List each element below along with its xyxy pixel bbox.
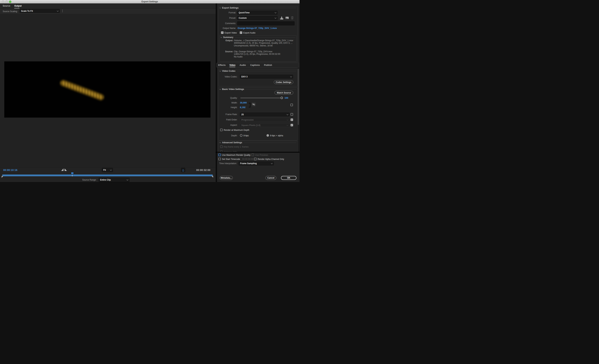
render-max-depth-label: Render at Maximum Depth [224,129,249,131]
summary-output-line2: 30000x8192 (1.0), 25 fps, Progressive, Q… [234,42,292,44]
field-order-label: Field Order: [219,118,238,121]
use-previews-checkbox[interactable] [252,154,254,156]
scrollbar-thumb[interactable] [298,69,299,125]
dimension-link-bracket [249,103,250,107]
aspect-select: Square Pixels (1.0) [240,123,290,127]
broken-link-icon [252,103,255,106]
format-select[interactable]: QuickTime [237,11,278,15]
preview-tab-bar: Source Output [0,3,216,9]
cancel-button[interactable]: Cancel [265,176,276,180]
aspect-ratio-correction-button[interactable]: ↔ [181,168,185,172]
export-settings-header[interactable]: Export Settings [220,7,296,9]
zoom-level-value: Fit [103,169,106,171]
unlink-dimensions-button[interactable] [252,102,255,106]
quality-slider-track[interactable] [240,98,280,98]
video-codec-select[interactable]: DXV 3 [240,75,293,79]
use-max-render-quality-checkbox[interactable] [218,154,221,156]
chevron-down-icon [110,169,112,171]
set-in-point-icon[interactable] [61,169,63,171]
render-alpha-checkbox[interactable] [254,158,256,160]
output-name-link[interactable]: Orange-Strings-07_720p_DXV_1.mov [238,27,277,29]
set-start-timecode-checkbox[interactable] [218,158,221,160]
tab-effects[interactable]: Effects [218,64,226,66]
start-timecode-value[interactable]: 00:00:00:00 [242,158,253,160]
chevron-down-icon [287,113,289,115]
height-value[interactable]: 8,192 [240,106,246,109]
source-range-label: Source Range: [79,179,97,181]
chevron-down-icon [220,142,221,143]
export-video-checkbox[interactable] [221,31,223,34]
chevron-down-icon [275,17,276,19]
tab-audio[interactable]: Audio [239,64,246,66]
set-out-point-icon[interactable] [65,169,67,171]
basic-video-settings-header[interactable]: Basic Video Settings [220,88,296,90]
depth-8bpc-label: 8-bpc [244,134,249,137]
tab-source[interactable]: Source [3,5,10,7]
quality-value[interactable]: 100 [284,97,288,99]
frame-rate-label: Frame Rate: [219,113,238,116]
delete-preset-icon[interactable] [291,16,294,20]
tab-output[interactable]: Output [14,5,22,7]
ok-button-label: OK [287,177,291,179]
summary-source-line1: Clip, Orange-Strings-07_720p_DXV.mov [234,50,272,53]
use-max-render-quality-label: Use Maximum Render Quality [222,154,250,156]
summary-output-label: Output: [218,39,233,42]
metadata-button[interactable]: Metadata... [220,176,233,180]
quality-slider-handle[interactable] [281,97,283,99]
panel-separator[interactable] [216,3,217,182]
preset-select[interactable]: Custom [237,16,278,20]
ok-button[interactable]: OK [281,176,297,180]
clipped-checkbox[interactable] [220,151,223,152]
export-video-label: Export Video [225,32,237,34]
preview-frame-content [59,79,105,102]
keyframe-checkbox[interactable] [220,145,223,148]
depth-8bpc-alpha-radio[interactable] [266,134,269,137]
import-preset-icon[interactable] [285,16,289,20]
header-rule [237,71,296,71]
set-start-timecode-label: Set Start Timecode [222,158,240,160]
width-value[interactable]: 30,000 [240,102,247,104]
frame-rate-select[interactable]: 25 [240,113,290,116]
field-order-checkbox[interactable] [291,118,293,121]
tab-video[interactable]: Video [229,64,236,66]
frame-rate-checkbox[interactable] [291,113,293,116]
work-area-right-handle[interactable] [211,176,213,178]
video-codec-header[interactable]: Video Codec [220,70,296,72]
match-source-label: Match Source [277,91,291,94]
horizontal-arrows-icon: ↔ [182,169,184,170]
chevron-down-icon [220,7,221,9]
preset-label: Preset: [218,17,236,19]
comments-label: Comments: [218,22,236,25]
work-area-left-handle[interactable] [2,176,3,178]
source-range-select[interactable]: Entire Clip [99,178,130,182]
source-scaling-value: Scale To Fit [21,10,33,12]
tab-publish[interactable]: Publish [264,64,272,66]
summary-output-line3: Uncompressed, 48000 Hz, Stereo, 16 bit [234,44,273,47]
comments-input[interactable] [237,21,294,25]
dimensions-checkbox[interactable] [291,104,293,106]
save-preset-icon[interactable] [280,16,283,20]
codec-settings-button[interactable]: Codec Settings [274,80,293,84]
metadata-button-label: Metadata... [221,177,232,179]
chevron-down-icon [220,36,222,38]
aspect-checkbox[interactable] [291,124,293,126]
advanced-settings-header[interactable]: Advanced Settings [220,141,296,144]
export-audio-checkbox[interactable] [240,31,242,34]
match-source-button[interactable]: Match Source [274,91,293,95]
tab-captions[interactable]: Captions [250,64,260,66]
quality-label: Quality: [219,97,238,99]
depth-8bpc-radio[interactable] [240,134,242,137]
video-settings-scroll-area[interactable]: Video Codec Video Codec: DXV 3 Codec Set… [217,67,300,152]
time-interpolation-select[interactable]: Frame Sampling [239,161,274,165]
timeline-scrubber[interactable] [2,175,213,176]
current-timecode[interactable]: 00:00:10:16 [3,169,18,171]
source-scaling-select[interactable]: Scale To Fit [20,9,60,13]
zoom-level-select[interactable]: Fit [102,168,113,172]
summary-output-line1: /Volume...r Class/media/Orange-Strings-0… [234,39,293,42]
format-label: Format: [218,11,236,14]
render-max-depth-checkbox[interactable] [220,129,223,131]
keyframe-value[interactable]: 1 [240,146,241,148]
playhead-marker[interactable] [71,172,74,175]
basic-video-settings-title: Basic Video Settings [222,88,244,90]
summary-header[interactable]: Summary [221,36,295,39]
